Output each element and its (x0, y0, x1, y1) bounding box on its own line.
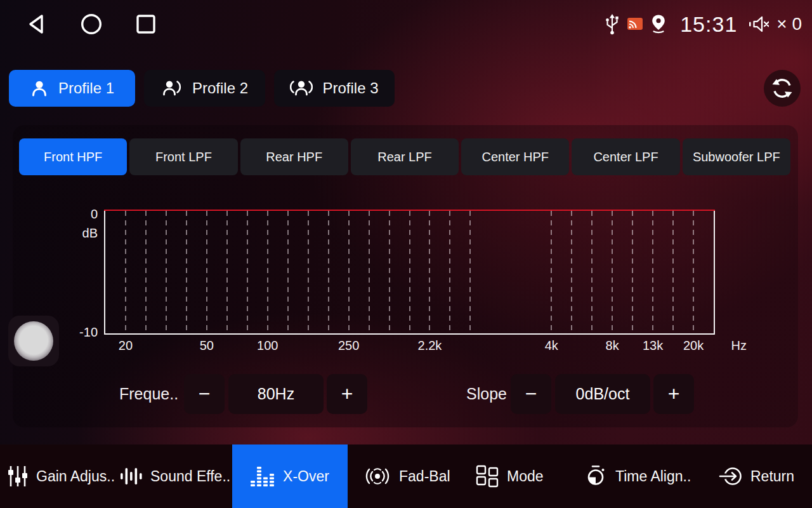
waveform-icon (119, 465, 142, 488)
location-icon (650, 14, 667, 34)
slope-value: 0dB/oct (555, 374, 650, 414)
x-tick-label: 50 (200, 338, 214, 353)
x-tick-label: 250 (338, 338, 359, 353)
x-tick-label: 100 (257, 338, 278, 353)
recents-icon[interactable] (136, 14, 156, 34)
gridline (287, 211, 289, 333)
x-tick-label: 13k (643, 338, 663, 353)
frequency-minus-button[interactable]: − (184, 374, 225, 414)
x-axis-unit: Hz (731, 338, 747, 353)
gridline (612, 211, 613, 333)
volume-muted-icon[interactable] (749, 15, 769, 33)
nav-label: Gain Adjus.. (36, 468, 115, 485)
gridline (308, 211, 309, 333)
profile-3-button[interactable]: Profile 3 (274, 70, 395, 107)
nav-gain-adjust[interactable]: Gain Adjus.. (8, 444, 115, 508)
slope-label: Slope (466, 374, 507, 414)
nav-return[interactable]: Return (718, 444, 794, 508)
tab-front-hpf[interactable]: Front HPF (19, 138, 127, 175)
gridline (267, 211, 268, 333)
gridline (591, 211, 593, 333)
gridline (632, 211, 633, 333)
person-icon (30, 79, 49, 98)
profile-label: Profile 2 (192, 79, 248, 97)
y-tick-label: 0 (80, 207, 98, 222)
profile-label: Profile 3 (322, 79, 378, 97)
nav-fad-bal[interactable]: Fad-Bal (364, 444, 450, 508)
gridline (652, 211, 653, 333)
android-nav-bar (25, 0, 156, 48)
tab-center-lpf[interactable]: Center LPF (572, 138, 679, 175)
person-wave-icon (161, 79, 183, 98)
volume-knob-button[interactable] (8, 316, 59, 366)
nav-label: Return (750, 468, 794, 485)
gridline (186, 211, 187, 333)
equalizer-bars-icon (251, 465, 275, 488)
profile-label: Profile 1 (58, 79, 114, 97)
tab-front-lpf[interactable]: Front LPF (129, 138, 237, 175)
head-unit-screen: 15:31 × 0 Profile 1 Profile (0, 0, 812, 508)
sync-profiles-button[interactable] (764, 70, 801, 107)
gridline (693, 211, 694, 333)
person-waves-icon (290, 79, 313, 98)
gridline (328, 211, 329, 333)
profile-2-button[interactable]: Profile 2 (144, 70, 265, 107)
gridline (166, 211, 167, 333)
home-icon[interactable] (80, 13, 103, 36)
slope-minus-button[interactable]: − (511, 374, 551, 414)
stopwatch-icon (584, 465, 607, 488)
gridline (369, 211, 370, 333)
nav-mode[interactable]: Mode (476, 444, 544, 508)
frequency-response-chart: 0 dB -10 20501002502.2k4k8k13k20k Hz (104, 210, 715, 335)
status-icons: 15:31 × 0 (604, 0, 802, 48)
gridline (125, 211, 126, 333)
gridline (551, 211, 552, 333)
nav-x-over[interactable]: X-Over (232, 444, 348, 508)
gridline (469, 211, 471, 333)
volume-level: × 0 (776, 14, 802, 34)
sync-icon (771, 77, 794, 100)
frequency-label: Freque.. (119, 374, 178, 414)
x-tick-label: 20 (119, 338, 133, 353)
x-tick-label: 4k (545, 338, 558, 353)
nav-label: Mode (507, 468, 544, 485)
x-axis-labels: 20501002502.2k4k8k13k20k (105, 333, 714, 355)
gridline (449, 211, 450, 333)
mixer-sliders-icon (8, 465, 28, 488)
x-tick-label: 2.2k (418, 338, 442, 353)
bottom-nav-bar: Gain Adjus.. Sound Effe.. (0, 444, 812, 508)
profile-1-button[interactable]: Profile 1 (9, 70, 135, 107)
tab-subwoofer-lpf[interactable]: Subwoofer LPF (683, 138, 790, 175)
nav-time-align[interactable]: Time Align.. (584, 444, 691, 508)
gridline (145, 211, 147, 333)
gridline (409, 211, 410, 333)
chart-gridlines (105, 211, 714, 333)
gridline (348, 211, 350, 333)
back-icon[interactable] (25, 13, 47, 35)
y-axis-unit: dB (75, 226, 98, 241)
gridline (571, 211, 572, 333)
clock: 15:31 (680, 12, 737, 37)
x-tick-label: 20k (683, 338, 704, 353)
nav-label: Fad-Bal (399, 468, 450, 485)
frequency-plus-button[interactable]: + (327, 374, 367, 414)
gridline (226, 211, 228, 333)
gridline (672, 211, 674, 333)
nav-sound-effects[interactable]: Sound Effe.. (119, 444, 230, 508)
y-tick-label: -10 (71, 325, 98, 340)
knob-icon (14, 321, 53, 361)
nav-label: Sound Effe.. (150, 468, 230, 485)
nav-label: X-Over (283, 468, 329, 485)
gridline (389, 211, 390, 333)
speaker-waves-icon (364, 465, 391, 488)
tab-rear-lpf[interactable]: Rear LPF (351, 138, 459, 175)
tab-rear-hpf[interactable]: Rear HPF (240, 138, 348, 175)
slope-plus-button[interactable]: + (653, 374, 694, 414)
gridline (247, 211, 248, 333)
squares-grid-icon (476, 465, 499, 488)
usb-icon (604, 13, 620, 36)
tab-center-hpf[interactable]: Center HPF (461, 138, 569, 175)
nav-label: Time Align.. (615, 468, 691, 485)
return-arrow-icon (718, 465, 742, 487)
cast-icon (627, 17, 643, 31)
